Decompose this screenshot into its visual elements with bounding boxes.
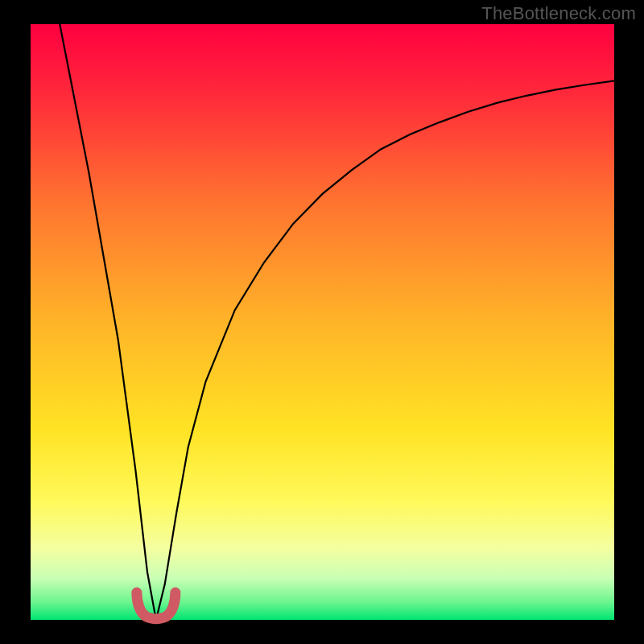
plot-background [31, 24, 614, 620]
bottleneck-chart [0, 0, 644, 644]
chart-frame: TheBottleneck.com [0, 0, 644, 644]
